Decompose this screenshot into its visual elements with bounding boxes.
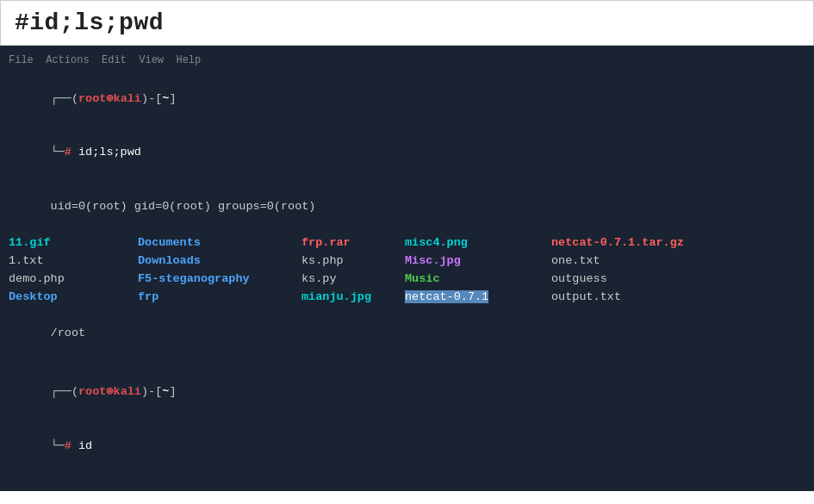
ls-output: 11.gif Documents frp.rar misc4.png netca…	[9, 234, 805, 307]
ls-cell: Misc.jpg	[405, 252, 551, 271]
menu-bar: File Actions Edit View Help	[9, 53, 805, 69]
ls-cell: ks.php	[301, 252, 405, 271]
ls-cell: frp.rar	[301, 234, 405, 252]
ls-cell: demo.php	[9, 271, 138, 289]
ls-cell: one.txt	[551, 252, 810, 271]
prompt-line-1: ┌──(root⊛kali)-[~]	[9, 72, 805, 127]
terminal-block-2: ┌──(root⊛kali)-[~] └─# id uid=0(root) gi…	[9, 365, 805, 491]
ls-cell: Documents	[138, 234, 301, 252]
ls-cell: 11.gif	[9, 234, 138, 252]
uid-output-2: uid=0(root) gid=0(root) groups=0(root)	[9, 474, 805, 491]
ls-cell: netcat-0.7.1	[405, 289, 551, 307]
terminal-window[interactable]: File Actions Edit View Help ┌──(root⊛kal…	[0, 46, 814, 491]
prompt-line-2: ┌──(root⊛kali)-[~]	[9, 365, 805, 420]
terminal-block-1: ┌──(root⊛kali)-[~] └─# id;ls;pwd uid=0(r…	[9, 72, 805, 361]
ls-cell: output.txt	[551, 289, 810, 307]
ls-cell: Music	[405, 271, 551, 289]
ls-cell: frp	[138, 289, 301, 307]
ls-cell: outguess	[551, 271, 810, 289]
ls-cell: Desktop	[9, 289, 138, 307]
ls-cell: 1.txt	[9, 252, 138, 271]
uid-output-1: uid=0(root) gid=0(root) groups=0(root)	[9, 180, 805, 234]
ls-cell: ks.py	[301, 271, 405, 289]
ls-cell: Downloads	[138, 252, 301, 271]
ls-cell: F5-steganography	[138, 271, 301, 289]
title-text: #id;ls;pwd	[15, 9, 164, 36]
command-line-1: └─# id;ls;pwd	[9, 126, 805, 180]
command-line-2: └─# id	[9, 420, 805, 474]
ls-cell: netcat-0.7.1.tar.gz	[551, 234, 810, 252]
ls-cell: misc4.png	[405, 234, 551, 252]
pwd-output-1: /root	[9, 307, 805, 361]
ls-cell: mianju.jpg	[301, 289, 405, 307]
page-title: #id;ls;pwd	[0, 0, 814, 46]
